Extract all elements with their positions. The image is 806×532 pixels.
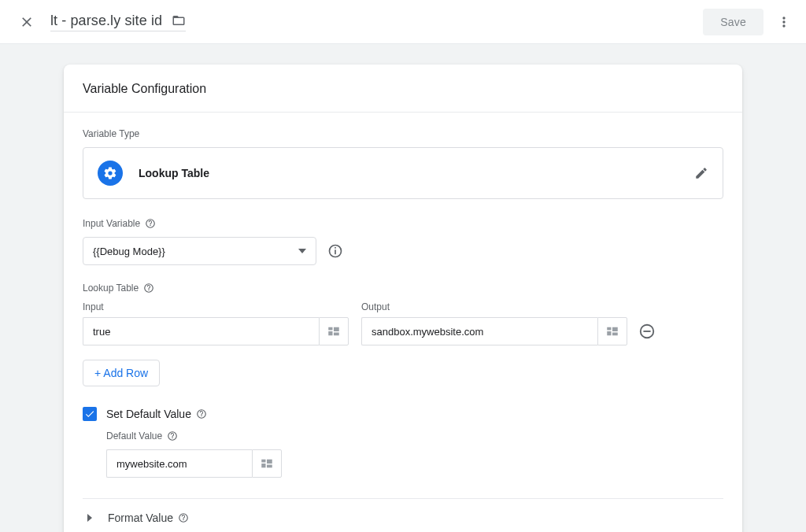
config-card: Variable Configuration Variable Type Loo… — [64, 65, 742, 532]
title-container: lt - parse.ly site id — [50, 13, 186, 31]
card-title: Variable Configuration — [64, 65, 742, 112]
variable-type-selector[interactable]: Lookup Table — [83, 147, 723, 199]
page-title[interactable]: lt - parse.ly site id — [50, 13, 162, 29]
pencil-icon[interactable] — [694, 166, 708, 180]
output-field[interactable] — [361, 317, 597, 345]
input-variable-label: Input Variable — [83, 218, 723, 229]
add-row-button[interactable]: + Add Row — [83, 360, 160, 386]
input-column-label: Input — [83, 301, 349, 312]
set-default-checkbox[interactable] — [83, 407, 97, 421]
top-bar: lt - parse.ly site id Save — [0, 0, 806, 44]
chevron-right-icon — [86, 514, 94, 522]
default-value-label: Default Value — [106, 430, 723, 441]
format-value-label: Format Value — [108, 512, 173, 524]
svg-rect-3 — [335, 247, 336, 249]
chevron-down-icon — [298, 249, 306, 253]
variable-type-label: Variable Type — [83, 128, 723, 139]
remove-row-icon[interactable] — [638, 323, 656, 340]
variable-type-value: Lookup Table — [139, 167, 209, 179]
save-button[interactable]: Save — [703, 9, 763, 35]
variable-picker-icon[interactable] — [597, 317, 627, 345]
lookup-table-label: Lookup Table — [83, 283, 723, 294]
help-icon[interactable] — [178, 512, 189, 523]
help-icon[interactable] — [143, 283, 154, 294]
folder-icon[interactable] — [172, 13, 186, 28]
variable-picker-icon[interactable] — [319, 317, 349, 345]
svg-rect-6 — [643, 331, 650, 332]
format-value-toggle[interactable]: Format Value — [83, 499, 723, 529]
info-icon[interactable] — [327, 243, 343, 259]
svg-rect-2 — [335, 249, 336, 254]
input-variable-select[interactable]: {{Debug Mode}} — [83, 237, 316, 265]
table-row — [361, 317, 627, 345]
set-default-label: Set Default Value — [106, 408, 191, 420]
input-field[interactable] — [83, 317, 319, 345]
variable-picker-icon[interactable] — [252, 449, 282, 478]
overflow-menu-icon[interactable] — [775, 13, 793, 31]
output-column-label: Output — [361, 301, 656, 312]
help-icon[interactable] — [196, 408, 207, 419]
gear-icon — [98, 161, 123, 186]
close-icon[interactable] — [19, 14, 35, 30]
help-icon[interactable] — [167, 430, 178, 441]
default-value-field[interactable] — [106, 449, 252, 478]
help-icon[interactable] — [145, 218, 156, 229]
table-row — [83, 317, 349, 345]
input-variable-value: {{Debug Mode}} — [93, 246, 298, 257]
